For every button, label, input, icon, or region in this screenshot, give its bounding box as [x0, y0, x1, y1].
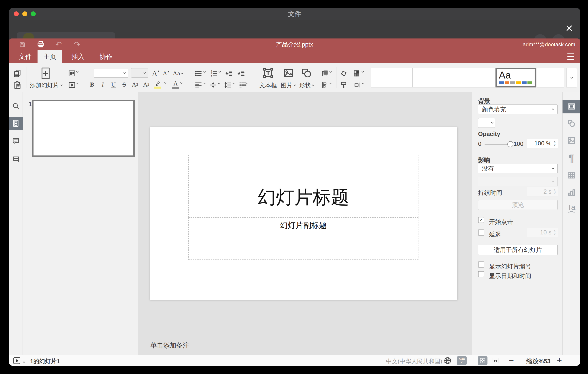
slide[interactable]: 幻灯片标题 幻灯片副标题 — [150, 127, 457, 300]
textart-settings-icon[interactable]: Ta — [567, 204, 576, 213]
decrease-font-icon[interactable]: A — [162, 69, 171, 78]
chevron-down-icon[interactable] — [330, 83, 331, 84]
background-fill-select[interactable]: 颜色填充 — [478, 104, 558, 114]
slide-thumbnail-selected[interactable] — [32, 100, 135, 157]
tab-home[interactable]: 主页 — [38, 50, 62, 63]
chevron-down-icon[interactable] — [204, 83, 205, 84]
slide-title-text[interactable]: 幻灯片标题 — [258, 185, 349, 217]
italic-button[interactable]: I — [98, 80, 107, 89]
tab-collaboration[interactable]: 协作 — [94, 50, 118, 63]
zoom-out-button[interactable]: − — [509, 356, 514, 365]
table-settings-icon[interactable] — [567, 171, 576, 180]
chevron-down-icon[interactable] — [180, 83, 182, 83]
increase-indent-button[interactable] — [236, 69, 246, 78]
opacity-slider-track[interactable] — [484, 144, 511, 145]
search-icon[interactable] — [12, 102, 20, 110]
comments-icon[interactable] — [12, 137, 20, 145]
chevron-down-icon[interactable] — [77, 83, 78, 84]
chat-icon[interactable] — [12, 155, 20, 162]
add-slide-icon[interactable] — [40, 67, 51, 80]
chevron-down-icon[interactable] — [218, 83, 220, 84]
fit-to-width-button[interactable] — [492, 357, 499, 365]
copy-button[interactable] — [12, 68, 22, 78]
chevron-down-icon[interactable] — [233, 83, 234, 84]
font-name-select[interactable] — [94, 68, 128, 78]
bullet-list-button[interactable] — [193, 69, 203, 78]
tab-file[interactable]: 文件 — [13, 50, 38, 63]
horizontal-align-button[interactable] — [193, 80, 203, 89]
zoom-in-button[interactable]: + — [557, 355, 562, 365]
opacity-slider-handle[interactable] — [507, 141, 513, 147]
chevron-down-icon[interactable] — [77, 72, 78, 72]
chevron-down-icon[interactable] — [23, 360, 25, 363]
textbox-icon[interactable] — [262, 66, 274, 80]
chevron-down-icon[interactable] — [330, 72, 331, 72]
slide-size-button[interactable] — [352, 80, 361, 89]
spellcheck-toggle[interactable]: ABC ✓ — [457, 356, 467, 365]
globe-icon[interactable] — [444, 357, 452, 365]
fit-to-slide-toggle[interactable] — [478, 356, 487, 365]
subtitle-placeholder[interactable]: 幻灯片副标题 — [188, 217, 419, 260]
theme-thumbnail[interactable] — [412, 68, 454, 88]
theme-thumbnail[interactable] — [454, 68, 495, 88]
color-scheme-button[interactable] — [352, 69, 361, 78]
shape-icon[interactable] — [300, 67, 313, 79]
strikethrough-button[interactable]: S — [120, 80, 129, 89]
chevron-down-icon[interactable] — [204, 72, 205, 72]
subscript-button[interactable]: A2 — [141, 80, 151, 89]
show-slide-number-checkbox[interactable] — [478, 262, 484, 267]
close-icon[interactable] — [565, 24, 574, 33]
theme-thumbnail-selected[interactable]: Aa — [495, 68, 536, 88]
theme-gallery-expand-button[interactable] — [566, 68, 577, 88]
highlight-color-button[interactable] — [153, 80, 163, 89]
arrange-shape-button[interactable] — [320, 69, 330, 78]
font-size-select[interactable] — [131, 68, 148, 78]
add-slide-button[interactable]: 添加幻灯片 — [24, 81, 68, 89]
slide-settings-icon[interactable] — [567, 102, 576, 111]
theme-thumbnail[interactable] — [537, 68, 564, 88]
show-date-time-checkbox[interactable] — [478, 271, 484, 277]
title-placeholder[interactable]: 幻灯片标题 — [188, 155, 419, 217]
start-slideshow-status-button[interactable] — [13, 357, 20, 364]
delay-checkbox[interactable] — [478, 230, 484, 236]
paragraph-settings-icon[interactable]: ¶ — [568, 152, 574, 164]
apply-to-all-slides-button[interactable]: 适用于所有幻灯片 — [478, 245, 558, 255]
shape-settings-icon[interactable] — [567, 119, 576, 128]
opacity-input[interactable]: 100 % ∧∨ — [527, 139, 558, 148]
paste-button[interactable] — [12, 80, 22, 90]
menu-icon[interactable] — [567, 54, 574, 60]
underline-button[interactable]: U — [109, 80, 118, 89]
numbered-list-button[interactable]: 123 — [209, 69, 219, 78]
decrease-indent-button[interactable] — [224, 69, 234, 78]
line-spacing-button[interactable] — [223, 80, 233, 89]
chevron-down-icon[interactable] — [246, 83, 247, 84]
image-icon[interactable] — [282, 67, 294, 79]
clear-style-icon[interactable] — [339, 69, 348, 78]
superscript-button[interactable]: A2 — [130, 80, 140, 89]
image-settings-icon[interactable] — [567, 136, 576, 145]
slide-subtitle-text[interactable]: 幻灯片副标题 — [280, 218, 327, 231]
slides-panel-icon[interactable] — [12, 120, 20, 127]
bold-button[interactable]: B — [88, 80, 96, 89]
slide-layout-button[interactable] — [67, 69, 76, 78]
chevron-down-icon[interactable] — [362, 72, 364, 72]
notes-area[interactable]: 单击添加备注 — [138, 336, 472, 355]
shape-button[interactable]: 形状 — [293, 81, 320, 89]
effect-select[interactable]: 没有 — [478, 164, 558, 173]
increase-font-icon[interactable]: A — [151, 69, 161, 78]
slide-canvas[interactable]: 幻灯片标题 幻灯片副标题 — [138, 92, 472, 336]
vertical-align-button[interactable] — [208, 80, 218, 89]
start-slideshow-button[interactable] — [67, 80, 76, 89]
chart-settings-icon[interactable] — [567, 188, 576, 197]
columns-button[interactable] — [238, 80, 248, 89]
language-selector[interactable]: 中文(中华人民共和国) ˄ — [386, 357, 447, 365]
copy-style-icon[interactable] — [339, 80, 348, 89]
chevron-down-icon[interactable] — [362, 83, 364, 84]
start-on-click-checkbox[interactable]: ✓ — [478, 217, 484, 223]
stepper-arrows[interactable]: ∧∨ — [553, 141, 556, 146]
theme-thumbnail[interactable] — [371, 68, 412, 88]
chevron-down-icon[interactable] — [219, 72, 220, 72]
background-color-picker[interactable] — [478, 118, 495, 128]
align-shape-button[interactable] — [320, 80, 330, 89]
change-case-button[interactable]: Aa — [172, 69, 184, 78]
